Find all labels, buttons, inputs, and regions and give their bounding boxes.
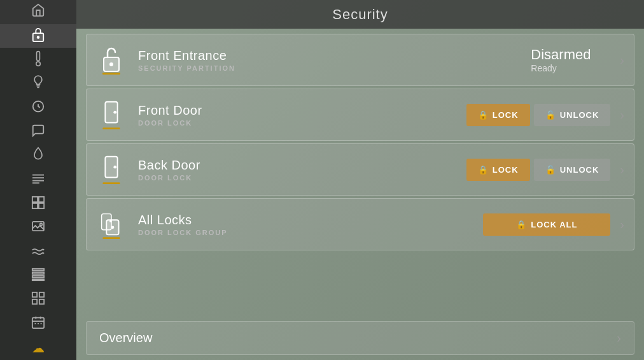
- calendar-icon: [31, 315, 45, 333]
- overview-chevron: ›: [617, 331, 621, 345]
- svg-point-33: [109, 62, 113, 66]
- back-door-lock-button[interactable]: 🔒 LOCK: [466, 159, 530, 181]
- sidebar-item-lighting[interactable]: [0, 72, 76, 96]
- device-row-front-entrance[interactable]: Front Entrance SECURITY PARTITION Disarm…: [86, 34, 634, 86]
- front-door-unlock-label: UNLOCK: [560, 110, 599, 120]
- lock-icon: [31, 26, 45, 46]
- front-entrance-chevron: ›: [620, 53, 624, 68]
- sidebar-item-camera[interactable]: [0, 216, 76, 240]
- front-entrance-status-main: Disarmed: [531, 47, 591, 63]
- front-door-unlock-icon: 🔓: [545, 110, 556, 120]
- page-header: Security: [76, 0, 644, 29]
- svg-rect-17: [32, 269, 44, 271]
- sidebar-item-calendar[interactable]: [0, 312, 76, 336]
- back-door-icon: [96, 150, 127, 189]
- svg-rect-13: [32, 203, 38, 208]
- lock-all-button[interactable]: 🔒 LOCK ALL: [483, 213, 610, 236]
- front-entrance-icon: [96, 41, 127, 79]
- svg-point-36: [113, 111, 116, 114]
- svg-rect-23: [32, 299, 37, 304]
- back-door-name: Back Door: [138, 158, 466, 173]
- sidebar-item-panel[interactable]: [0, 192, 76, 216]
- main-content: Security Front Entrance SECURITY PA: [76, 0, 644, 360]
- front-door-actions: 🔒 LOCK 🔓 UNLOCK: [466, 104, 611, 126]
- back-door-unlock-label: UNLOCK: [560, 165, 599, 175]
- front-door-icon: [96, 96, 127, 134]
- blinds-icon: [31, 268, 45, 285]
- overview-label: Overview: [99, 331, 617, 345]
- back-door-unlock-icon: 🔓: [545, 165, 556, 175]
- svg-point-39: [113, 166, 116, 169]
- sidebar-item-security[interactable]: [0, 24, 76, 48]
- back-door-info: Back Door DOOR LOCK: [138, 158, 466, 182]
- water-icon: [32, 147, 44, 165]
- front-door-lock-label: LOCK: [493, 110, 519, 120]
- svg-rect-21: [32, 292, 37, 297]
- waves-icon: [31, 245, 45, 259]
- svg-rect-14: [39, 203, 44, 208]
- all-locks-icon: [96, 205, 127, 243]
- chat-icon: [31, 124, 45, 141]
- front-entrance-status: Disarmed Ready: [531, 47, 607, 73]
- page-title: Security: [332, 6, 388, 23]
- sidebar-item-temperature[interactable]: [0, 48, 76, 72]
- sidebar-item-blinds[interactable]: [0, 264, 76, 288]
- svg-rect-18: [32, 272, 44, 274]
- home-icon: [31, 3, 45, 20]
- svg-rect-45: [103, 237, 120, 239]
- all-locks-actions: 🔒 LOCK ALL: [483, 213, 610, 236]
- svg-rect-2: [37, 51, 40, 61]
- front-door-lock-button[interactable]: 🔒 LOCK: [466, 104, 530, 126]
- grid-icon: [31, 291, 45, 308]
- svg-point-3: [36, 62, 41, 66]
- device-row-front-door[interactable]: Front Door DOOR LOCK 🔒 LOCK 🔓 UNLOCK ›: [86, 89, 634, 141]
- all-locks-type: DOOR LOCK GROUP: [138, 229, 483, 236]
- svg-point-1: [38, 36, 39, 38]
- energy-icon: [31, 99, 45, 117]
- sidebar-item-grid[interactable]: [0, 288, 76, 312]
- back-door-unlock-button[interactable]: 🔓 UNLOCK: [534, 159, 611, 181]
- back-door-actions: 🔒 LOCK 🔓 UNLOCK: [466, 159, 611, 181]
- svg-rect-24: [39, 299, 44, 304]
- svg-rect-11: [32, 197, 38, 202]
- sidebar-item-water[interactable]: [0, 144, 76, 168]
- sidebar-item-scene[interactable]: [0, 168, 76, 192]
- overview-row[interactable]: Overview ›: [86, 321, 634, 355]
- svg-rect-12: [39, 197, 44, 202]
- all-locks-info: All Locks DOOR LOCK GROUP: [138, 213, 483, 236]
- svg-rect-22: [39, 292, 44, 297]
- sidebar-item-weather[interactable]: ☁: [0, 336, 76, 360]
- svg-rect-40: [103, 182, 120, 184]
- sidebar-item-messages[interactable]: [0, 120, 76, 144]
- svg-point-16: [40, 224, 43, 226]
- image-icon: [31, 220, 45, 235]
- cloud-icon: ☁: [32, 340, 45, 356]
- front-door-info: Front Door DOOR LOCK: [138, 103, 466, 127]
- panel-icon: [31, 196, 45, 213]
- front-entrance-type: SECURITY PARTITION: [138, 64, 531, 72]
- sidebar-item-energy[interactable]: [0, 96, 76, 120]
- svg-rect-34: [102, 73, 120, 75]
- back-door-chevron: ›: [620, 162, 624, 177]
- svg-point-44: [111, 226, 115, 229]
- sidebar-item-pool[interactable]: [0, 240, 76, 264]
- all-locks-name: All Locks: [138, 213, 483, 227]
- lock-all-label: LOCK ALL: [531, 220, 577, 229]
- sidebar-item-home[interactable]: [0, 0, 76, 24]
- svg-rect-19: [32, 276, 44, 278]
- front-door-lock-icon: 🔒: [478, 110, 489, 120]
- front-door-type: DOOR LOCK: [138, 119, 466, 127]
- device-row-all-locks[interactable]: All Locks DOOR LOCK GROUP 🔒 LOCK ALL ›: [86, 198, 634, 250]
- content-area: Security Front Entrance SECURITY PA: [76, 0, 644, 360]
- device-row-back-door[interactable]: Back Door DOOR LOCK 🔒 LOCK 🔓 UNLOCK ›: [86, 143, 634, 196]
- bulb-icon: [32, 75, 45, 93]
- svg-rect-37: [103, 127, 120, 129]
- front-entrance-name: Front Entrance: [138, 48, 531, 63]
- back-door-type: DOOR LOCK: [138, 174, 466, 182]
- front-door-unlock-button[interactable]: 🔓 UNLOCK: [534, 104, 611, 126]
- svg-rect-20: [32, 279, 44, 280]
- scene-icon: [31, 173, 45, 187]
- front-door-name: Front Door: [138, 103, 466, 118]
- back-door-lock-label: LOCK: [493, 165, 519, 175]
- lock-all-icon: 🔒: [516, 220, 527, 229]
